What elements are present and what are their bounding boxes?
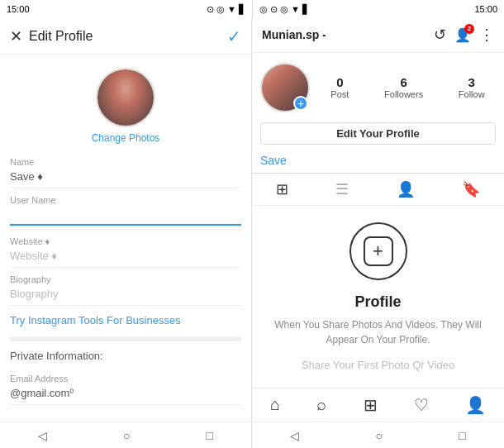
avatar[interactable] <box>96 68 155 127</box>
home-nav-icon[interactable]: ⌂ <box>270 395 280 414</box>
bottom-nav: ⌂ ⌕ ⊞ ♡ 👤 <box>252 388 504 422</box>
edit-profile-button[interactable]: Edit Your Profile <box>260 122 496 145</box>
profile-avatar[interactable]: + <box>260 63 310 112</box>
notification-badge[interactable]: 👤 2 <box>454 27 471 43</box>
status-icons-left: ⊙ ◎ ▼ ▋ <box>207 4 245 15</box>
status-icons-right: ◎ ⊙ ◎ ▼ ▋ <box>259 4 309 15</box>
android-recent-right[interactable]: □ <box>459 429 465 442</box>
grid-tab[interactable]: ⊞ <box>269 179 295 200</box>
android-recent-left[interactable]: □ <box>207 429 213 442</box>
android-home-left[interactable]: ○ <box>123 429 130 442</box>
android-back-left[interactable]: ◁ <box>38 429 47 442</box>
form-area: Name User Name Website ♦ Biography Try I… <box>0 150 251 422</box>
heart-nav-icon[interactable]: ♡ <box>414 395 429 415</box>
history-icon[interactable]: ↺ <box>434 26 446 44</box>
add-nav-icon[interactable]: ⊞ <box>364 395 378 415</box>
followers-label: Followers <box>384 89 423 99</box>
change-photo-button[interactable]: Change Photos <box>92 132 160 144</box>
android-back-right[interactable]: ◁ <box>290 429 299 442</box>
right-topbar: Munian.sp - ↺ 👤 2 ⋮ <box>252 18 504 53</box>
empty-state-description: When You Share Photos And Videos. They W… <box>269 317 487 347</box>
email-label: Email Address <box>10 374 241 384</box>
add-photo-button[interactable]: + <box>293 96 308 111</box>
username-field-group: User Name <box>10 188 241 230</box>
plus-icon: + <box>364 236 393 266</box>
confirm-checkmark[interactable]: ✓ <box>227 26 241 46</box>
username-label: User Name <box>10 195 241 205</box>
signal-icon: ◎ <box>216 4 225 15</box>
list-tab[interactable]: ☰ <box>329 179 355 200</box>
biography-field-group: Biography <box>10 268 241 306</box>
profile-nav-icon[interactable]: 👤 <box>465 395 486 415</box>
posts-count: 0 <box>336 75 343 89</box>
name-label: Name <box>10 157 241 167</box>
signal-icon-right: ▼ <box>291 4 300 14</box>
following-label: Follow <box>459 89 485 99</box>
biography-input[interactable] <box>10 286 241 302</box>
save-row: Save <box>252 151 504 173</box>
share-first-photo-link[interactable]: Share Your First Photo Qr Video <box>302 359 454 371</box>
stat-following[interactable]: 3 Follow <box>459 75 485 99</box>
tag-tab[interactable]: 👤 <box>390 179 421 200</box>
search-nav-icon[interactable]: ⌕ <box>316 395 326 414</box>
name-input[interactable] <box>10 169 241 184</box>
alarm-icon-right: ⊙ <box>270 4 278 15</box>
close-icon[interactable]: ✕ <box>10 27 22 45</box>
website-input[interactable] <box>10 248 241 264</box>
website-label: Website ♦ <box>10 236 241 246</box>
followers-count: 6 <box>400 75 407 89</box>
android-home-right[interactable]: ○ <box>376 429 383 442</box>
username-input[interactable] <box>10 207 241 226</box>
website-field-group: Website ♦ <box>10 230 241 268</box>
status-bar-right-time: 15:00 <box>474 4 497 14</box>
content-tabs: ⊞ ☰ 👤 🔖 <box>252 173 504 206</box>
profile-stats: 0 Post 6 Followers 3 Follow <box>320 75 496 99</box>
posts-label: Post <box>330 89 349 99</box>
stat-followers[interactable]: 6 Followers <box>384 75 423 99</box>
topbar-icons: ↺ 👤 2 ⋮ <box>434 26 494 44</box>
notification-count: 2 <box>464 24 474 34</box>
stat-posts: 0 Post <box>330 75 349 99</box>
profile-header: + 0 Post 6 Followers 3 Follow <box>252 53 504 119</box>
empty-state-title: Profile <box>354 293 401 311</box>
wifi-icon: ▼ <box>227 4 236 14</box>
name-field-group: Name <box>10 150 241 188</box>
more-options-icon[interactable]: ⋮ <box>479 26 494 44</box>
instagram-tools-link[interactable]: Try Instagram Tools For Businesses <box>10 306 241 331</box>
save-button[interactable]: Save <box>260 154 287 167</box>
left-topbar: ✕ Edit Profile ✓ <box>0 18 251 55</box>
left-topbar-title: Edit Profile <box>29 29 93 44</box>
email-input[interactable] <box>10 385 241 401</box>
alarm-icon: ⊙ <box>207 4 214 15</box>
bookmark-tab[interactable]: 🔖 <box>455 179 487 200</box>
battery-icon: ▋ <box>239 4 245 15</box>
profile-empty-state: + Profile When You Share Photos And Vide… <box>252 206 504 388</box>
status-bar-left-time: 15:00 <box>7 4 30 14</box>
add-photo-circle[interactable]: + <box>349 222 407 280</box>
following-count: 3 <box>468 75 475 89</box>
biography-label: Biography <box>10 274 241 284</box>
private-info-header: Private Information: <box>10 336 241 367</box>
email-field-group: Email Address <box>10 367 241 405</box>
whatsapp-icon: ◎ <box>259 4 268 15</box>
wifi-icon-right: ◎ <box>280 4 288 15</box>
avatar-area: Change Photos <box>0 55 251 150</box>
right-username: Munian.sp - <box>262 28 326 41</box>
battery-icon-right: ▋ <box>302 4 309 15</box>
